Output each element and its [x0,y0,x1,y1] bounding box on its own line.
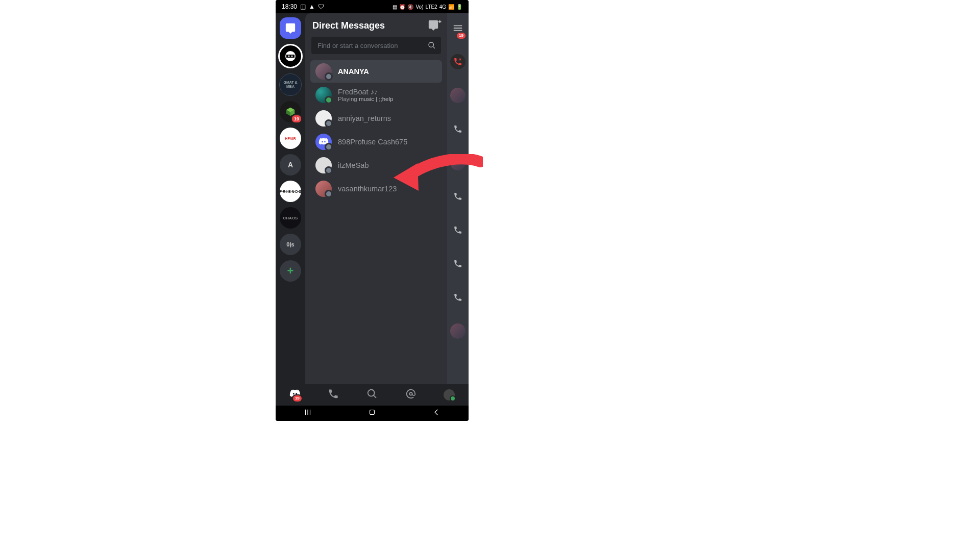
call-icon [450,189,465,204]
dm-item[interactable]: vasanthkumar123 [310,178,442,200]
call-icon [450,222,465,238]
server-ninja[interactable] [278,44,303,68]
svg-point-3 [291,56,293,57]
call-icon [450,290,465,305]
dm-name: ANANYA [338,67,369,76]
tab-friends[interactable] [328,388,339,402]
server-chaos[interactable]: CHAOS [280,207,301,229]
server-rail[interactable]: GMAT & MBA 19 HPAIR A F·R·I·E·N·D·S CHAO… [276,13,305,392]
avatar [315,63,332,80]
server-ols[interactable]: 0|s [280,234,301,255]
tab-search[interactable] [366,388,378,402]
missed-call-icon [450,54,465,69]
bottom-tabs[interactable]: 19 [276,384,469,406]
net-vo: Vo) [415,4,423,10]
chat-peek-strip[interactable]: 19 [447,13,469,392]
dm-item[interactable]: itzMeSab [310,154,442,177]
server-hpair[interactable]: HPAIR [280,128,301,149]
dm-home-button[interactable] [280,17,301,39]
call-icon [450,256,465,271]
avatar [315,157,332,173]
dm-name: vasanthkumar123 [338,185,397,193]
dm-panel: Direct Messages + ANANYA FredBoat [305,13,447,392]
statusbar: 18:30 ◫ ▲ 🛡 ▤ ⏰ 🔇 Vo) LTE2 4G 📶 🔋 [276,0,469,13]
plus-icon: + [438,18,442,24]
nav-back[interactable] [432,408,441,419]
search-bar[interactable] [311,37,441,54]
avatar [315,110,332,127]
tab-mentions[interactable] [405,388,416,402]
dm-item[interactable]: ANANYA [310,60,442,83]
server-friends[interactable]: F·R·I·E·N·D·S [280,181,301,202]
clock: 18:30 [282,3,297,10]
phone-frame: 18:30 ◫ ▲ 🛡 ▤ ⏰ 🔇 Vo) LTE2 4G 📶 🔋 GMAT &… [276,0,469,421]
nfc-icon: ▤ [393,4,397,10]
battery-icon: 🔋 [456,4,462,10]
dm-name: FredBoat ♪♪ [338,88,393,96]
peek-avatar [450,323,465,339]
nav-recent[interactable] [303,408,312,419]
server-a[interactable]: A [280,154,301,176]
tab-profile[interactable] [444,389,455,400]
panel-title: Direct Messages [312,20,385,31]
nav-home[interactable] [368,408,377,419]
notification-badge: 19 [457,33,465,39]
app-body: GMAT & MBA 19 HPAIR A F·R·I·E·N·D·S CHAO… [276,13,469,392]
image-icon: ◫ [300,3,306,10]
dm-activity: Playing music | ;;help [338,96,393,102]
call-icon [450,121,465,137]
svg-rect-1 [286,55,295,58]
net-4g: 4G [439,4,446,10]
avatar [315,181,332,197]
new-dm-button[interactable]: + [428,19,440,32]
mute-icon: 🔇 [407,4,413,10]
server-gmat[interactable]: GMAT & MBA [279,73,302,96]
dm-name: 898Profuse Cash675 [338,138,407,146]
peek-avatar [450,88,465,103]
menu-button[interactable]: 19 [452,22,463,36]
peek-avatar [450,155,465,170]
tab-badge: 19 [292,394,303,403]
avatar [315,87,332,103]
server-badge: 19 [291,114,302,123]
dm-list[interactable]: ANANYA FredBoat ♪♪ Playing music | ;;hel… [309,59,443,388]
shield-icon: 🛡 [318,3,324,10]
dm-item[interactable]: anniyan_returns [310,107,442,130]
alarm-icon: ⏰ [399,4,405,10]
tab-home[interactable]: 19 [289,388,301,402]
net-lte: LTE2 [425,4,437,10]
search-input[interactable] [316,41,428,50]
dm-item[interactable]: FredBoat ♪♪ Playing music | ;;help [310,84,442,106]
dm-name: itzMeSab [338,161,369,169]
search-icon [428,41,436,49]
dm-name: anniyan_returns [338,114,391,122]
warning-icon: ▲ [309,3,315,10]
svg-point-2 [288,56,290,57]
svg-rect-7 [370,410,375,415]
dm-item[interactable]: 898Profuse Cash675 [310,131,442,153]
add-server-button[interactable]: + [280,260,301,282]
signal-icon: 📶 [448,4,454,10]
server-cube[interactable]: 19 [280,101,301,122]
android-navbar[interactable] [276,406,469,421]
avatar [315,134,332,150]
